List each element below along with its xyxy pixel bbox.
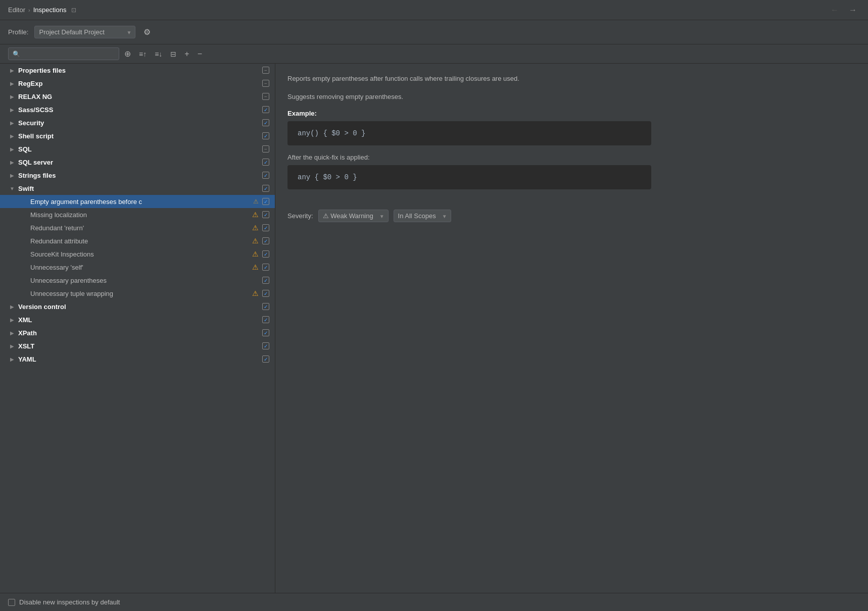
checkbox-sourcekit-inspections[interactable]: ✓: [261, 249, 271, 259]
tree-item-unnecessary-self[interactable]: Unnecessary 'self' ⚠ ✓: [0, 261, 275, 274]
checkbox-strings-files[interactable]: ✓: [261, 170, 271, 180]
checkbox-xslt[interactable]: ✓: [261, 341, 271, 351]
checkbox-missing-localization[interactable]: ✓: [261, 210, 271, 220]
tree-toggle-swift: ▼: [8, 184, 16, 192]
sourcekit-warning-icon: ⚠: [252, 250, 259, 258]
tree-label-sass-scss: Sass/SCSS: [16, 106, 261, 114]
checkbox-relax-ng[interactable]: −: [261, 91, 271, 101]
checkbox-icon-missing-localization: ✓: [262, 211, 269, 218]
tree-label-relax-ng: RELAX NG: [16, 93, 261, 100]
tree-toggle-sql-server: ▶: [8, 158, 16, 166]
tree-item-xml[interactable]: ▶ XML ✓: [0, 313, 275, 326]
empty-arg-warning-icon: ⚠: [253, 198, 259, 205]
tree-item-sass-scss[interactable]: ▶ Sass/SCSS ✓: [0, 103, 275, 116]
tree-item-missing-localization[interactable]: Missing localization ⚠ ✓: [0, 208, 275, 221]
disable-inspections-checkbox[interactable]: [8, 599, 15, 606]
checkbox-icon-sourcekit-inspections: ✓: [262, 250, 269, 258]
checkbox-properties-files[interactable]: −: [261, 65, 271, 75]
checkbox-redundant-attribute[interactable]: ✓: [261, 236, 271, 246]
tree-label-xml: XML: [16, 316, 261, 324]
checkbox-icon-shell-script: ✓: [262, 132, 269, 139]
checkbox-icon-xml: ✓: [262, 316, 269, 323]
tree-item-sourcekit-inspections[interactable]: SourceKit Inspections ⚠ ✓: [0, 247, 275, 261]
gear-button[interactable]: ⚙: [141, 25, 153, 39]
tree-item-sql-server[interactable]: ▶ SQL server ✓: [0, 156, 275, 169]
checkbox-sql-server[interactable]: ✓: [261, 157, 271, 167]
nav-forward-button[interactable]: →: [846, 5, 860, 16]
tree-toggle-xpath: ▶: [8, 329, 16, 337]
breadcrumb-inspections: Inspections: [33, 6, 67, 14]
tree-toggle-properties-files: ▶: [8, 66, 16, 74]
checkbox-sql[interactable]: −: [261, 144, 271, 154]
checkbox-unnecessary-tuple-wrapping[interactable]: ✓: [261, 288, 271, 298]
nav-back-button[interactable]: ←: [828, 5, 842, 16]
tree-label-strings-files: Strings files: [16, 172, 261, 179]
header-bar: Editor › Inspections ⊡ ← →: [0, 0, 868, 20]
tree-toggle-xml: ▶: [8, 316, 16, 324]
tree-item-yaml[interactable]: ▶ YAML ✓: [0, 352, 275, 366]
remove-button[interactable]: −: [195, 48, 205, 60]
collapse-button[interactable]: ⊟: [167, 48, 179, 60]
tree-item-unnecessary-tuple-wrapping[interactable]: Unnecessary tuple wrapping ⚠ ✓: [0, 287, 275, 300]
checkbox-xpath[interactable]: ✓: [261, 328, 271, 338]
description-text-2: Suggests removing empty parentheses.: [287, 92, 651, 102]
tree-item-sql[interactable]: ▶ SQL −: [0, 142, 275, 156]
checkbox-shell-script[interactable]: ✓: [261, 131, 271, 141]
checkbox-sass-scss[interactable]: ✓: [261, 105, 271, 115]
tree-label-yaml: YAML: [16, 355, 261, 363]
tree-item-unnecessary-parentheses[interactable]: Unnecessary parentheses ✓: [0, 274, 275, 287]
checkbox-unnecessary-parentheses[interactable]: ✓: [261, 275, 271, 285]
tree-label-sourcekit-inspections: SourceKit Inspections: [28, 250, 252, 258]
search-input[interactable]: [23, 50, 115, 58]
tree-toggle-strings-files: ▶: [8, 171, 16, 179]
tree-item-regexp[interactable]: ▶ RegExp −: [0, 77, 275, 90]
tree-item-properties-files[interactable]: ▶ Properties files −: [0, 64, 275, 77]
severity-select[interactable]: ⚠ Weak Warning Error Warning Information: [318, 210, 389, 222]
add-button[interactable]: +: [181, 48, 192, 60]
tree-item-redundant-attribute[interactable]: Redundant attribute ⚠ ✓: [0, 234, 275, 247]
checkbox-regexp[interactable]: −: [261, 78, 271, 88]
checkbox-icon-security: ✓: [262, 119, 269, 126]
code-block-after: any { $0 > 0 }: [287, 165, 651, 189]
tree-toggle-relax-ng: ▶: [8, 92, 16, 100]
scope-select[interactable]: In All Scopes In Tests Only: [394, 210, 451, 222]
checkbox-icon-unnecessary-parentheses: ✓: [262, 277, 269, 284]
redundant-return-warning-icon: ⚠: [252, 224, 259, 232]
tree-toggle-sql: ▶: [8, 145, 16, 153]
tree-item-empty-arg-parens[interactable]: Empty argument parentheses before c ⚠ ✓: [0, 195, 275, 208]
tree-toggle-xslt: ▶: [8, 342, 16, 350]
tree-label-shell-script: Shell script: [16, 132, 261, 140]
checkbox-redundant-return[interactable]: ✓: [261, 223, 271, 233]
checkbox-swift[interactable]: ✓: [261, 183, 271, 193]
toolbar: 🔍 ⊕ ≡↑ ≡↓ ⊟ + −: [0, 44, 868, 64]
description-text-1: Reports empty parentheses after function…: [287, 74, 651, 84]
tree-item-relax-ng[interactable]: ▶ RELAX NG −: [0, 90, 275, 103]
checkbox-xml[interactable]: ✓: [261, 315, 271, 325]
severity-select-wrap: ⚠ Weak Warning Error Warning Information…: [318, 210, 389, 222]
tree-item-xpath[interactable]: ▶ XPath ✓: [0, 326, 275, 339]
sort-asc-button[interactable]: ≡↑: [136, 48, 150, 60]
filter-button[interactable]: ⊕: [121, 47, 134, 60]
checkbox-icon-sql: −: [262, 145, 269, 152]
search-icon: 🔍: [13, 50, 20, 58]
checkbox-icon-sql-server: ✓: [262, 159, 269, 166]
checkbox-security[interactable]: ✓: [261, 118, 271, 128]
tree-item-shell-script[interactable]: ▶ Shell script ✓: [0, 129, 275, 142]
tree-item-version-control[interactable]: ▶ Version control ✓: [0, 300, 275, 313]
breadcrumb-editor[interactable]: Editor: [8, 6, 25, 14]
checkbox-empty-arg-parens[interactable]: ✓: [261, 196, 271, 207]
tree-item-xslt[interactable]: ▶ XSLT ✓: [0, 339, 275, 352]
checkbox-version-control[interactable]: ✓: [261, 301, 271, 312]
checkbox-yaml[interactable]: ✓: [261, 354, 271, 364]
checkbox-unnecessary-self[interactable]: ✓: [261, 262, 271, 272]
tree-toggle-sass-scss: ▶: [8, 106, 16, 114]
tree-item-security[interactable]: ▶ Security ✓: [0, 116, 275, 129]
tree-item-redundant-return[interactable]: Redundant 'return' ⚠ ✓: [0, 221, 275, 234]
tree-toggle-yaml: ▶: [8, 355, 16, 363]
main-content: ▶ Properties files − ▶ RegExp − ▶ RELAX …: [0, 64, 868, 593]
profile-select[interactable]: Project Default Project: [34, 26, 135, 38]
sort-desc-button[interactable]: ≡↓: [152, 48, 165, 60]
tree-item-swift[interactable]: ▼ Swift ✓: [0, 182, 275, 195]
header-navigation: ← →: [828, 5, 860, 16]
tree-item-strings-files[interactable]: ▶ Strings files ✓: [0, 169, 275, 182]
